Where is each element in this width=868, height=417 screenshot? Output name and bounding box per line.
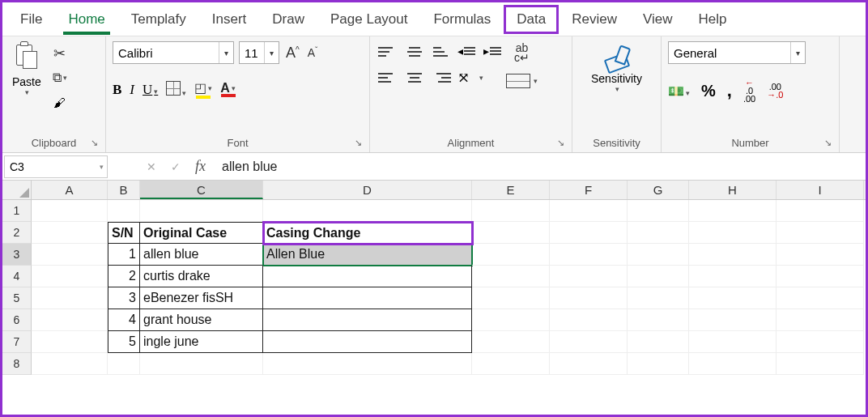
chevron-down-icon[interactable]: ▾ (615, 85, 619, 93)
column-header[interactable]: C (140, 181, 263, 199)
tab-formulas[interactable]: Formulas (420, 5, 504, 34)
italic-button[interactable]: I (130, 82, 134, 98)
column-header[interactable]: E (472, 181, 550, 199)
number-format-combo[interactable]: ▾ (668, 41, 806, 64)
cell[interactable] (472, 222, 550, 244)
cell[interactable] (777, 309, 864, 331)
row-header[interactable]: 7 (2, 331, 32, 353)
percent-format-button[interactable]: % (701, 82, 716, 100)
alignment-launcher[interactable]: ↘ (557, 138, 568, 149)
cell[interactable] (628, 309, 689, 331)
row-header[interactable]: 1 (2, 200, 32, 222)
cell[interactable] (689, 222, 777, 244)
copy-button[interactable]: ⧉▾ (49, 69, 70, 87)
decrease-decimal-button[interactable]: .00→.0 (767, 83, 783, 99)
column-header[interactable]: F (550, 181, 628, 199)
align-right-button[interactable] (432, 67, 453, 88)
clipboard-launcher[interactable]: ↘ (91, 138, 102, 149)
row-header[interactable]: 5 (2, 287, 32, 309)
cell[interactable] (550, 244, 628, 266)
font-name-combo[interactable]: ▾ (113, 41, 234, 64)
cell[interactable] (550, 309, 628, 331)
cell[interactable] (628, 244, 689, 266)
chevron-down-icon[interactable]: ▾ (219, 42, 233, 63)
cell[interactable] (628, 266, 689, 287)
number-format-input[interactable] (669, 42, 790, 63)
align-top-button[interactable] (377, 41, 398, 62)
cell[interactable] (550, 200, 628, 222)
cell[interactable] (777, 353, 864, 375)
cut-button[interactable] (49, 45, 70, 62)
fill-color-button[interactable]: ▾ (194, 80, 212, 99)
row-header[interactable]: 8 (2, 353, 32, 375)
tab-help[interactable]: Help (686, 5, 740, 34)
cell[interactable]: Casing Change (263, 222, 472, 244)
cell[interactable]: 2 (108, 266, 140, 287)
chevron-down-icon[interactable]: ▾ (790, 42, 805, 63)
cell[interactable] (140, 353, 263, 375)
column-header[interactable]: G (628, 181, 689, 199)
cell[interactable] (689, 200, 777, 222)
select-all-button[interactable] (2, 181, 32, 199)
font-size-combo[interactable]: ▾ (239, 41, 279, 64)
cell[interactable] (777, 222, 864, 244)
chevron-down-icon[interactable]: ▾ (25, 88, 29, 96)
decrease-indent-button[interactable]: ◂ (457, 45, 475, 57)
format-painter-button[interactable] (49, 93, 70, 111)
cancel-formula-button[interactable]: ✕ (147, 160, 156, 173)
wrap-text-button[interactable]: abc↵ (506, 43, 538, 62)
cell[interactable] (689, 244, 777, 266)
cell[interactable] (689, 353, 777, 375)
tab-file[interactable]: File (7, 5, 55, 34)
borders-button[interactable]: ▾ (166, 81, 186, 98)
bold-button[interactable]: B (113, 82, 121, 98)
font-size-input[interactable] (240, 42, 264, 63)
cell[interactable] (628, 331, 689, 353)
tab-insert[interactable]: Insert (199, 5, 260, 34)
cell[interactable]: ingle june (140, 331, 263, 353)
cell[interactable] (472, 353, 550, 375)
cell[interactable] (550, 353, 628, 375)
font-color-button[interactable]: A▾ (220, 83, 236, 97)
increase-indent-button[interactable]: ▸ (483, 45, 501, 57)
cell[interactable] (32, 200, 108, 222)
cell[interactable]: 5 (108, 331, 140, 353)
align-left-button[interactable] (377, 67, 398, 88)
cell[interactable] (32, 244, 108, 266)
cell[interactable]: 1 (108, 244, 140, 266)
cell[interactable] (550, 331, 628, 353)
row-header[interactable]: 3 (2, 244, 32, 266)
cell[interactable] (689, 266, 777, 287)
cell[interactable] (263, 353, 472, 375)
tab-page-layout[interactable]: Page Layout (317, 5, 420, 34)
column-header[interactable]: B (108, 181, 140, 199)
insert-function-button[interactable]: fx (195, 158, 206, 175)
cell[interactable] (472, 287, 550, 309)
cell[interactable] (777, 266, 864, 287)
cell[interactable] (550, 287, 628, 309)
cell[interactable] (263, 287, 472, 309)
cell-selected[interactable]: Allen Blue (263, 244, 472, 266)
tab-draw[interactable]: Draw (259, 5, 317, 34)
cell[interactable] (472, 200, 550, 222)
font-launcher[interactable]: ↘ (355, 138, 366, 149)
cell[interactable]: allen blue (140, 244, 263, 266)
cell[interactable] (689, 287, 777, 309)
cell[interactable] (472, 331, 550, 353)
sensitivity-button[interactable]: Sensitivity ▾ (586, 41, 647, 95)
column-header[interactable]: A (32, 181, 108, 199)
cell[interactable] (689, 309, 777, 331)
column-header[interactable]: H (689, 181, 777, 199)
enter-formula-button[interactable]: ✓ (171, 160, 181, 173)
underline-button[interactable]: U▾ (143, 82, 158, 98)
cell[interactable] (472, 309, 550, 331)
cell[interactable] (472, 266, 550, 287)
cell[interactable]: Original Case (140, 222, 263, 244)
cell[interactable] (32, 222, 108, 244)
increase-decimal-button[interactable]: ←.0.00 (743, 79, 755, 103)
cell[interactable] (263, 331, 472, 353)
cell[interactable] (777, 287, 864, 309)
increase-font-button[interactable]: A^ (284, 45, 301, 62)
cell[interactable] (777, 331, 864, 353)
align-center-button[interactable] (404, 67, 425, 88)
